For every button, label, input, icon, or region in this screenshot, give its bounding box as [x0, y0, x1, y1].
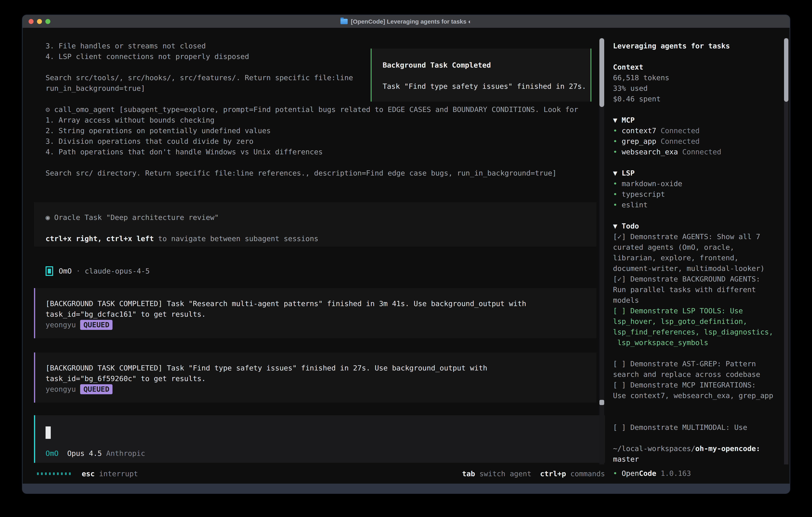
sidebar-scrollbar[interactable]	[784, 38, 788, 464]
sidebar-line: [ ] Demonstrate LSP TOOLS: Use	[613, 305, 773, 316]
main-scrollbar-thumb[interactable]	[600, 38, 604, 107]
sidebar-line: Leveraging agents for tasks	[613, 40, 773, 51]
text-segment: ▼ LSP	[613, 169, 635, 177]
text-segment: [ ] Demonstrate MULTIMODAL: Use	[613, 423, 747, 431]
sidebar-line: [✓] Demonstrate AGENTS: Show all 7	[613, 231, 773, 242]
window-title: [OpenCode] Leveraging agents for tasks ◐	[351, 18, 472, 25]
sidebar-scrollbar-thumb[interactable]	[784, 38, 788, 102]
text-segment: Connected	[682, 148, 721, 156]
text-segment: Code	[639, 469, 656, 478]
card-line: task_id="bg_dcfac161" to get results.	[46, 309, 597, 320]
progress-dot	[69, 472, 71, 475]
sidebar-line: document-writer, multimodal-looker)	[613, 263, 773, 274]
text-segment: Connected	[661, 127, 699, 135]
sidebar-line	[613, 157, 773, 168]
text-segment: context7	[621, 127, 661, 135]
sidebar-line	[613, 411, 773, 422]
text-segment: OmO	[46, 449, 59, 457]
sidebar-line: • context7 Connected	[613, 125, 773, 136]
text-segment: task_id="bg_6f59260c" to get results.	[46, 375, 206, 383]
sidebar-line	[613, 348, 773, 358]
text-segment: yeongyu	[46, 385, 80, 393]
text-segment: tab	[462, 470, 475, 478]
text-segment: websearch_exa	[621, 148, 682, 156]
sidebar-line: ▼ MCP	[613, 115, 773, 125]
text-segment: typescript	[621, 190, 665, 198]
sidebar-line: search and replace across codebase	[613, 369, 773, 380]
model-info: OmO Opus 4.5 Anthropic	[46, 448, 145, 459]
sidebar-line	[613, 51, 773, 62]
text-segment: call_omo_agent [subagent_type=explore, p…	[54, 105, 578, 113]
text-segment: ▼ Todo	[613, 222, 639, 230]
text-segment	[102, 449, 106, 457]
progress-dot	[57, 472, 59, 475]
text-segment: 33% used	[613, 84, 647, 92]
sidebar-line: curated agents (OmO, oracle,	[613, 242, 773, 252]
progress-dot	[49, 472, 51, 475]
activity-dots	[37, 472, 71, 475]
agent-icon-fill	[48, 269, 51, 273]
sidebar-line: lsp_workspace_symbols	[613, 337, 773, 348]
card-lines: [BACKGROUND TASK COMPLETED] Task "Resear…	[46, 298, 597, 330]
sidebar-footer: • OpenCode 1.0.163	[613, 468, 691, 479]
progress-dot	[45, 472, 47, 475]
oracle-line: ◉ Oracle Task "Deep architecture review"	[46, 212, 597, 223]
text-segment: [ ] Demonstrate LSP TOOLS: Use	[613, 307, 743, 315]
desktop: [OpenCode] Leveraging agents for tasks ◐…	[0, 0, 812, 517]
main-scrollbar[interactable]	[600, 38, 604, 464]
sidebar-line: Use context7, websearch_exa, grep_app	[613, 390, 773, 401]
text-segment: lsp_hover, lsp_goto_definition,	[613, 317, 747, 325]
text-segment	[59, 449, 67, 457]
text-segment: run_in_background=true]	[46, 84, 145, 92]
text-segment: oh-my-opencode:	[695, 444, 760, 453]
oracle-line: ctrl+x right, ctrl+x left to navigate be…	[46, 233, 597, 244]
text-segment: curated agents (OmO, oracle,	[613, 243, 734, 251]
bg-task-card-typesafety[interactable]: [BACKGROUND TASK COMPLETED] Task "Find t…	[34, 352, 597, 403]
sidebar-line: [✓] Demonstrate BACKGROUND AGENTS:	[613, 274, 773, 284]
oracle-task-panel[interactable]: ◉ Oracle Task "Deep architecture review"…	[34, 202, 597, 246]
sidebar-line: ▼ LSP	[613, 168, 773, 178]
text-segment: Anthropic	[106, 449, 145, 457]
text-segment: ctrl+p	[540, 470, 566, 478]
text-segment: esc	[82, 470, 95, 478]
progress-dot	[65, 472, 67, 475]
sidebar-line: Context	[613, 62, 773, 72]
terminal-line: Search src/ directory. Return specific f…	[46, 168, 578, 178]
card-lines: [BACKGROUND TASK COMPLETED] Task "Find t…	[46, 363, 597, 394]
text-segment: 2. String operations on potentially unde…	[46, 127, 271, 135]
sidebar-line	[613, 104, 773, 115]
sidebar-line: • typescript	[613, 189, 773, 199]
text-segment: lsp_find_references, lsp_diagnostics,	[613, 328, 773, 336]
text-segment: ◉	[46, 213, 54, 221]
text-segment: ~/local-workspaces/	[613, 444, 695, 453]
prompt-input[interactable]: OmO Opus 4.5 Anthropic	[34, 415, 605, 463]
sidebar: Leveraging agents for tasksContext66,518…	[607, 28, 790, 484]
main-scrollbar-segment[interactable]	[600, 400, 604, 405]
progress-dot	[41, 472, 43, 475]
notification-toast[interactable]: Background Task Completed Task "Find typ…	[371, 49, 591, 102]
window-titlebar[interactable]: [OpenCode] Leveraging agents for tasks ◐	[23, 15, 790, 28]
text-segment: ·	[72, 267, 85, 275]
text-segment: •	[613, 137, 621, 145]
text-segment: Use context7, websearch_exa, grep_app	[613, 391, 773, 400]
text-segment: commands	[566, 470, 605, 478]
text-segment: ctrl+x right,	[46, 235, 102, 243]
sidebar-line: lsp_find_references, lsp_diagnostics,	[613, 327, 773, 337]
status-hint: tab switch agent ctrl+p commands	[462, 468, 605, 479]
terminal-line: ⚙ call_omo_agent [subagent_type=explore,…	[46, 104, 578, 115]
card-line: yeongyu QUEUED	[46, 320, 597, 330]
text-segment: 1.0.163	[656, 469, 691, 478]
agent-header-text: OmO · claude-opus-4-5	[59, 266, 150, 276]
sidebar-line: • markdown-oxide	[613, 178, 773, 189]
sidebar-footer-line: • OpenCode 1.0.163	[613, 468, 691, 479]
text-segment: task_id="bg_dcfac161" to get results.	[46, 310, 206, 318]
text-segment: •	[613, 180, 621, 188]
status-left: esc interrupt	[37, 468, 138, 479]
sidebar-line: ▼ Todo	[613, 221, 773, 231]
text-segment: to navigate between subagent sessions	[154, 235, 318, 243]
terminal-line: 4. Path operations that don't handle Win…	[46, 146, 578, 157]
bg-task-card-research[interactable]: [BACKGROUND TASK COMPLETED] Task "Resear…	[34, 288, 597, 338]
text-segment: 4. LSP client connections not properly d…	[46, 52, 249, 61]
text-segment: ⚙	[46, 105, 54, 113]
terminal-line: 3. Division operations that could divide…	[46, 136, 578, 146]
